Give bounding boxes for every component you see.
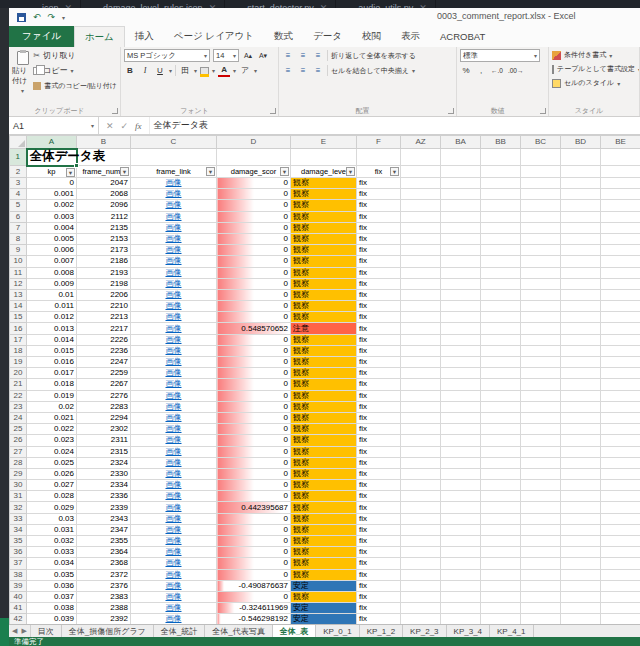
column-header-B[interactable]: B [77,136,131,149]
cell-frame-link[interactable]: 画像 [131,603,217,614]
cell-empty[interactable] [481,166,521,178]
cell-frame-number[interactable]: 2186 [77,256,131,267]
cell-empty[interactable] [601,502,640,513]
cell-damage-level[interactable]: 観察 [291,334,357,345]
comma-style-button[interactable]: , [475,64,487,77]
row-header-19[interactable]: 19 [10,357,27,368]
cell-styles-button[interactable]: セルのスタイル ▾ [552,77,636,89]
row-header-23[interactable]: 23 [10,401,27,412]
cell-frame-number[interactable]: 2217 [77,323,131,334]
close-icon[interactable]: ✕ [65,0,73,8]
italic-button[interactable]: I [139,64,151,77]
cell-frame-number[interactable]: 2311 [77,435,131,446]
cell-kp[interactable]: 0.038 [27,603,77,614]
cell-empty[interactable] [481,256,521,267]
cell-kp[interactable]: 0.009 [27,278,77,289]
cell-frame-number[interactable]: 2283 [77,401,131,412]
cell-fix[interactable]: fix [357,457,401,468]
cell-frame-number[interactable]: 2376 [77,580,131,591]
cell-damage-level[interactable]: 観察 [291,446,357,457]
cell-empty[interactable] [521,222,561,233]
cell-empty[interactable] [441,412,481,423]
cell-frame-number[interactable]: 2324 [77,457,131,468]
cell-damage-level[interactable]: 観察 [291,569,357,580]
wrap-text-button[interactable]: 折り返して全体を表示する [331,51,416,61]
cell-empty[interactable] [601,278,640,289]
frame-image-link[interactable]: 画像 [166,312,182,321]
vscode-tab[interactable]: damage_level_rules.icon✕ [95,0,225,8]
cell-empty[interactable] [441,334,481,345]
cell-empty[interactable] [561,468,601,479]
cell-fix[interactable]: fix [357,569,401,580]
cell-empty[interactable] [601,412,640,423]
cell-frame-link[interactable]: 画像 [131,424,217,435]
cell-empty[interactable] [521,166,561,178]
cell-frame-link[interactable]: 画像 [131,211,217,222]
cell-empty[interactable] [561,524,601,535]
cell-empty[interactable] [521,513,561,524]
frame-image-link[interactable]: 画像 [166,379,182,388]
cell-frame-link[interactable]: 画像 [131,256,217,267]
cell-empty[interactable] [357,149,401,166]
cell-empty[interactable] [521,189,561,200]
ribbon-tab-ページ レイアウト[interactable]: ページ レイアウト [164,26,264,47]
cell-empty[interactable] [481,301,521,312]
cell-empty[interactable] [561,178,601,189]
bold-button[interactable]: B [124,64,136,77]
cell-empty[interactable] [401,323,441,334]
sheet-tab-全体_損傷個所グラフ[interactable]: 全体_損傷個所グラフ [62,625,154,637]
cell-damage-score[interactable]: 0.442395687 [217,502,291,513]
number-format-select[interactable]: 標準 ▾ [460,49,540,62]
cell-kp[interactable]: 0.029 [27,502,77,513]
cell-frame-link[interactable]: 画像 [131,178,217,189]
save-icon[interactable] [17,13,26,22]
cell-frame-number[interactable]: 2355 [77,536,131,547]
format-as-table-button[interactable]: テーブルとして書式設定 ▾ [552,63,636,75]
cell-empty[interactable] [401,178,441,189]
dialog-launcher-icon[interactable] [270,108,276,114]
cell-empty[interactable] [601,513,640,524]
cell-empty[interactable] [561,401,601,412]
cell-kp[interactable]: 0.035 [27,569,77,580]
cell-empty[interactable] [481,435,521,446]
cell-empty[interactable] [601,368,640,379]
cell-kp[interactable]: 0.03 [27,513,77,524]
cell-empty[interactable] [441,536,481,547]
cell-damage-level[interactable]: 観察 [291,211,357,222]
undo-icon[interactable]: ↶ [33,12,41,22]
cell-kp[interactable]: 0.028 [27,491,77,502]
cell-empty[interactable] [481,233,521,244]
cell-frame-link[interactable]: 画像 [131,502,217,513]
cell-empty[interactable] [521,547,561,558]
fill-handle[interactable] [74,163,79,168]
frame-image-link[interactable]: 画像 [166,212,182,221]
cell-empty[interactable] [441,301,481,312]
cell-empty[interactable] [441,357,481,368]
column-header-C[interactable]: C [131,136,217,149]
cell-empty[interactable] [441,491,481,502]
column-filter-header-damage_leve[interactable]: damage_leve▼ [291,166,357,178]
frame-image-link[interactable]: 画像 [166,279,182,288]
cell-kp[interactable]: 0.026 [27,468,77,479]
cell-kp[interactable]: 0.032 [27,536,77,547]
cell-empty[interactable] [441,222,481,233]
cell-empty[interactable] [601,480,640,491]
cell-damage-score[interactable]: 0 [217,278,291,289]
cell-empty[interactable] [481,149,521,166]
cell-kp[interactable]: 0.008 [27,267,77,278]
cell-frame-number[interactable]: 2364 [77,547,131,558]
column-filter-header-frame_link[interactable]: frame_link▼ [131,166,217,178]
align-left-icon[interactable]: ≡ [282,64,294,77]
cell-frame-number[interactable]: 2153 [77,233,131,244]
cell-kp[interactable]: 0.039 [27,614,77,624]
cell-empty[interactable] [401,345,441,356]
cell-empty[interactable] [401,524,441,535]
cell-fix[interactable]: fix [357,435,401,446]
cell-empty[interactable] [401,502,441,513]
row-header-28[interactable]: 28 [10,457,27,468]
cell-empty[interactable] [401,278,441,289]
cell-frame-link[interactable]: 画像 [131,368,217,379]
cell-empty[interactable] [601,424,640,435]
cell-frame-link[interactable]: 画像 [131,468,217,479]
cell-frame-link[interactable]: 画像 [131,524,217,535]
